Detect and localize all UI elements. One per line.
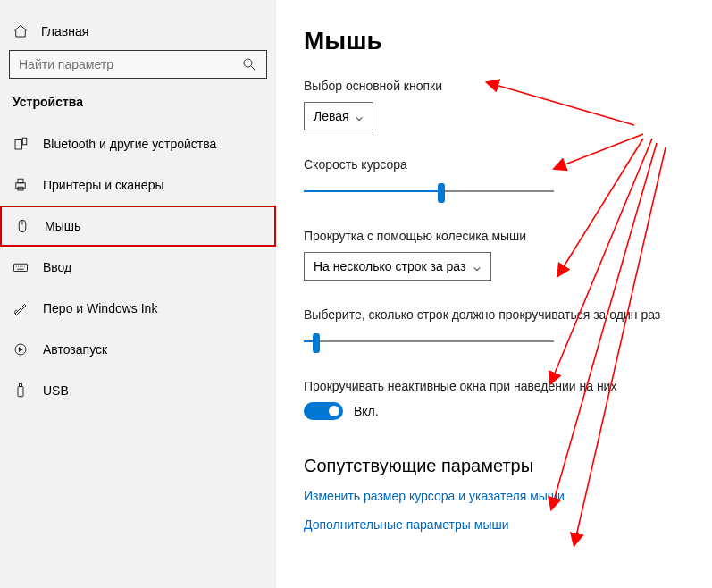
nav-label: Мышь: [45, 219, 80, 233]
select-value: Левая: [314, 109, 349, 123]
chevron-down-icon: [355, 112, 364, 121]
nav-label: Перо и Windows Ink: [43, 301, 157, 315]
lines-section: Выберите, сколько строк должно прокручив…: [304, 307, 685, 352]
select-value: На несколько строк за раз: [314, 259, 465, 273]
devices-icon: [13, 136, 29, 152]
slider-fill: [304, 190, 441, 192]
sidebar: Главная Устройства Bluetooth и другие ус…: [0, 0, 277, 588]
nav-list: Bluetooth и другие устройства Принтеры и…: [0, 123, 276, 411]
slider-track: [304, 340, 554, 342]
search-icon: [241, 56, 257, 72]
home-icon: [13, 23, 29, 39]
svg-rect-9: [18, 387, 23, 397]
inactive-toggle[interactable]: [304, 402, 343, 420]
page-title: Мышь: [304, 27, 685, 55]
svg-rect-1: [15, 140, 22, 150]
svg-rect-3: [16, 183, 26, 189]
primary-button-label: Выбор основной кнопки: [304, 79, 685, 93]
toggle-state: Вкл.: [354, 404, 379, 418]
scroll-mode-section: Прокрутка с помощью колесика мыши На нес…: [304, 229, 685, 281]
link-advanced-mouse[interactable]: Дополнительные параметры мыши: [304, 517, 685, 532]
nav-label: Принтеры и сканеры: [43, 178, 163, 192]
scroll-mode-select[interactable]: На несколько строк за раз: [304, 252, 491, 281]
main-content: Мышь Выбор основной кнопки Левая Скорост…: [277, 0, 712, 588]
nav-label: USB: [43, 383, 69, 398]
svg-rect-4: [18, 179, 23, 183]
nav-label: Автозапуск: [43, 342, 107, 357]
slider-thumb[interactable]: [313, 333, 320, 353]
sidebar-item-pen[interactable]: Перо и Windows Ink: [0, 288, 276, 329]
cursor-speed-slider[interactable]: [304, 181, 554, 202]
chevron-down-icon: [473, 262, 482, 271]
svg-rect-10: [20, 384, 22, 387]
category-label: Устройства: [9, 95, 267, 123]
primary-button-section: Выбор основной кнопки Левая: [304, 79, 685, 130]
usb-icon: [13, 382, 29, 399]
keyboard-icon: [13, 259, 29, 275]
inactive-section: Прокручивать неактивные окна при наведен…: [304, 379, 685, 420]
toggle-knob: [329, 406, 339, 416]
cursor-speed-section: Скорость курсора: [304, 157, 685, 202]
slider-thumb[interactable]: [438, 183, 445, 203]
primary-button-select[interactable]: Левая: [304, 102, 373, 130]
printer-icon: [13, 177, 29, 193]
mouse-icon: [14, 218, 30, 234]
sidebar-item-mouse[interactable]: Мышь: [0, 206, 276, 247]
pen-icon: [13, 300, 29, 316]
home-label: Главная: [41, 24, 88, 38]
nav-label: Bluetooth и другие устройства: [43, 137, 216, 151]
search-box[interactable]: [9, 50, 267, 79]
search-input[interactable]: [19, 57, 222, 71]
related-title: Сопутствующие параметры: [304, 456, 685, 476]
sidebar-item-usb[interactable]: USB: [0, 370, 276, 411]
nav-label: Ввод: [43, 260, 71, 274]
svg-rect-7: [14, 264, 28, 271]
home-nav[interactable]: Главная: [9, 18, 267, 50]
svg-point-0: [244, 59, 252, 67]
lines-slider[interactable]: [304, 331, 554, 352]
svg-rect-2: [22, 138, 27, 145]
sidebar-item-typing[interactable]: Ввод: [0, 247, 276, 288]
link-cursor-size[interactable]: Изменить размер курсора и указателя мыши: [304, 489, 685, 503]
cursor-speed-label: Скорость курсора: [304, 157, 685, 172]
inactive-label: Прокручивать неактивные окна при наведен…: [304, 379, 685, 393]
sidebar-item-bluetooth[interactable]: Bluetooth и другие устройства: [0, 123, 276, 164]
lines-label: Выберите, сколько строк должно прокручив…: [304, 307, 685, 322]
autoplay-icon: [13, 341, 29, 357]
scroll-mode-label: Прокрутка с помощью колесика мыши: [304, 229, 685, 243]
sidebar-item-autoplay[interactable]: Автозапуск: [0, 329, 276, 370]
sidebar-item-printers[interactable]: Принтеры и сканеры: [0, 164, 276, 206]
